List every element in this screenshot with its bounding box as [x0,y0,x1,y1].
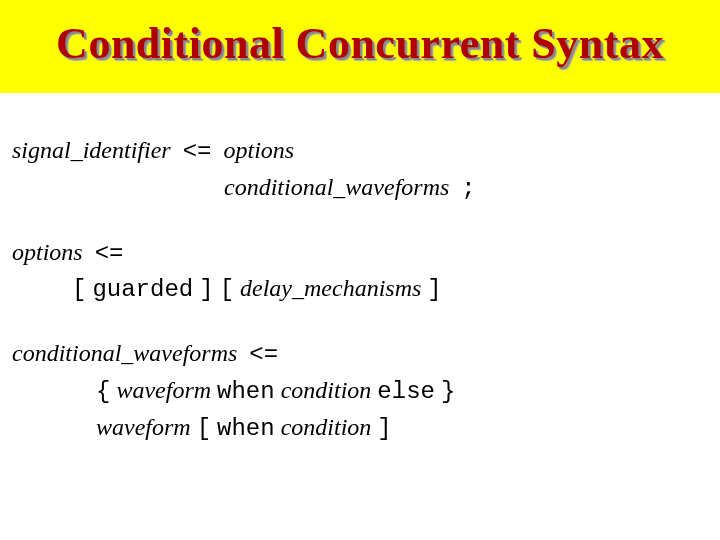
rule1-lhs: signal_identifier [12,137,171,163]
rule1-options: options [223,137,294,163]
rule2-rb1: ] [199,276,213,303]
rule2-lhs: options [12,239,83,265]
content-area: signal_identifier <= options conditional… [0,93,720,447]
rule1-term: ; [461,175,475,202]
rule3-line3: waveform [ when condition ] [12,410,708,447]
rule2-op: <= [95,240,124,267]
rule3-else: else [377,378,435,405]
rule3-lb: { [96,378,110,405]
rule3-line1: conditional_waveforms <= [12,336,708,373]
rule2-line1: options <= [12,235,708,272]
rule2-delay: delay_mechanisms [240,275,421,301]
rule1-line1: signal_identifier <= options [12,133,708,170]
rule1-op: <= [183,138,212,165]
rule-conditional-waveforms: conditional_waveforms <= { waveform when… [12,336,708,446]
rule3-wf1: waveform [116,377,211,403]
rule3-rb2: ] [377,415,391,442]
rule1-condwave: conditional_waveforms [224,174,449,200]
rule-signal-identifier: signal_identifier <= options conditional… [12,133,708,207]
rule3-cond2: condition [281,414,372,440]
rule2-line2: [ guarded ] [ delay_mechanisms ] [12,271,708,308]
rule3-cond1: condition [281,377,372,403]
rule3-lb2: [ [197,415,211,442]
rule3-when2: when [217,415,275,442]
title-bar: Conditional Concurrent Syntax [0,0,720,93]
rule1-line2: conditional_waveforms ; [12,170,708,207]
rule3-lhs: conditional_waveforms [12,340,237,366]
rule2-lb2: [ [220,276,234,303]
rule3-when1: when [217,378,275,405]
rule2-lb1: [ [72,276,86,303]
rule2-guarded: guarded [92,276,193,303]
rule2-rb2: ] [427,276,441,303]
rule3-op: <= [249,341,278,368]
rule-options: options <= [ guarded ] [ delay_mechanism… [12,235,708,309]
rule3-wf2: waveform [96,414,191,440]
rule3-line2: { waveform when condition else } [12,373,708,410]
rule3-rb: } [441,378,455,405]
slide-title: Conditional Concurrent Syntax [56,19,664,68]
